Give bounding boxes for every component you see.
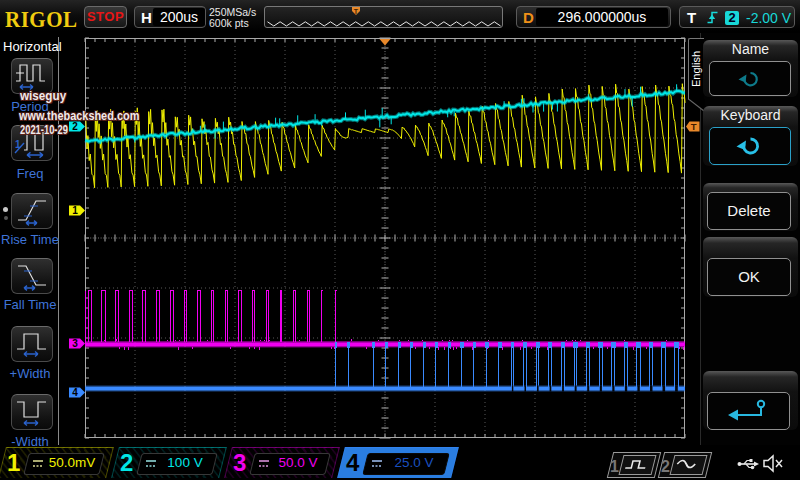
svg-text:1: 1 [72,205,78,216]
svg-text:3: 3 [72,338,78,349]
svg-text:T: T [691,121,697,132]
svg-text:4: 4 [72,387,78,398]
